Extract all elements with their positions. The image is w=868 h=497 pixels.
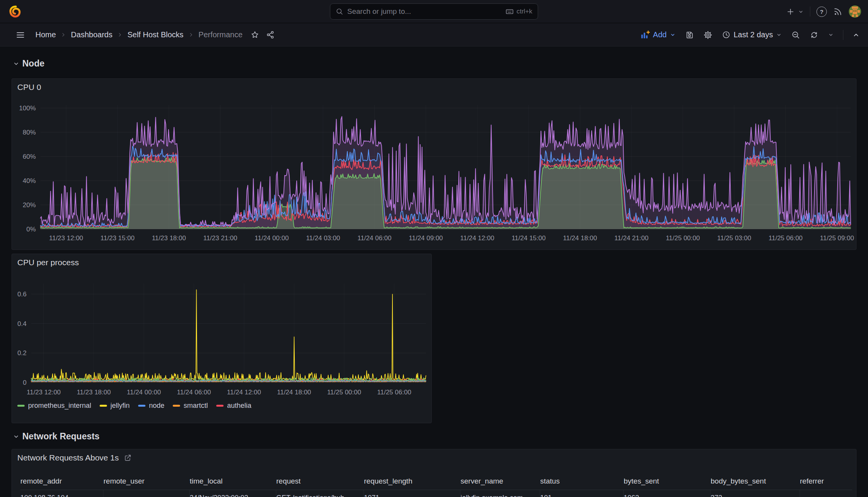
column-header-time_local[interactable]: time_local: [190, 472, 276, 490]
section-row-network-requests[interactable]: Network Requests: [13, 431, 100, 442]
save-dashboard-button[interactable]: [685, 30, 694, 40]
legend-item-prometheus_internal[interactable]: prometheus_internal: [17, 402, 91, 410]
search-icon: [336, 8, 344, 15]
column-header-bytes_sent[interactable]: bytes_sent: [624, 472, 711, 490]
y-axis-label: 0%: [26, 226, 36, 233]
cell-status: 101: [540, 490, 624, 497]
time-range-picker[interactable]: Last 2 days: [722, 30, 782, 39]
chevron-down-icon: [13, 61, 19, 67]
cell-bytes_sent: 1063: [624, 490, 711, 497]
table-row[interactable]: 100.108.76.10424/Nov/2023:00:03GET /noti…: [20, 490, 852, 497]
x-axis-label: 11/24 09:00: [409, 234, 443, 242]
cell-referrer: [800, 490, 852, 497]
column-header-request_length[interactable]: request_length: [364, 472, 461, 490]
x-axis-label: 11/24 21:00: [614, 234, 649, 242]
graph-add-icon: [640, 30, 650, 40]
y-axis-label: 20%: [23, 201, 36, 209]
divider: [810, 7, 810, 17]
cell-remote_addr: 100.108.76.104: [20, 490, 103, 497]
chevron-down-icon: [798, 9, 804, 15]
keyboard-icon: [505, 7, 514, 16]
x-axis-label: 11/24 03:00: [306, 234, 340, 242]
share-icon[interactable]: [266, 30, 275, 39]
collapse-toolbar-button[interactable]: [853, 32, 860, 38]
y-axis-label: 80%: [23, 129, 36, 136]
news-rss-button[interactable]: [833, 7, 843, 17]
x-axis-label: 11/25 06:00: [769, 234, 803, 242]
new-button[interactable]: [786, 7, 804, 16]
x-axis-label: 11/25 09:00: [820, 234, 854, 242]
legend-swatch: [100, 405, 107, 407]
legend-label: authelia: [227, 402, 251, 410]
cpu0-timeseries-chart[interactable]: 0%20%40%60%80%100%11/23 12:0011/23 15:00…: [12, 98, 856, 249]
section-title: Node: [22, 58, 45, 69]
legend-label: jellyfin: [110, 402, 130, 410]
x-axis-label: 11/23 18:00: [152, 234, 186, 242]
panel-network-requests: Network Requests Above 1s remote_addrrem…: [12, 449, 856, 497]
column-header-request[interactable]: request: [276, 472, 364, 490]
x-axis-label: 11/24 15:00: [512, 234, 546, 242]
favorite-star-icon[interactable]: [250, 30, 259, 39]
x-axis-label: 11/24 00:00: [127, 389, 161, 396]
chevron-right-icon: [60, 32, 67, 38]
column-header-server_name[interactable]: server_name: [461, 472, 540, 490]
section-title: Network Requests: [22, 431, 100, 442]
column-header-status[interactable]: status: [540, 472, 624, 490]
legend-item-node[interactable]: node: [138, 402, 164, 410]
external-link-icon[interactable]: [124, 454, 132, 462]
breadcrumb: Home Dashboards Self Host Blocks Perform…: [35, 30, 275, 39]
top-bar-actions: ?: [786, 0, 861, 23]
cpu-per-process-chart[interactable]: 00.20.40.611/23 12:0011/23 18:0011/24 00…: [12, 273, 431, 402]
zoom-out-button[interactable]: [791, 30, 800, 40]
panel-title[interactable]: CPU per process: [17, 258, 79, 267]
x-axis-label: 11/24 06:00: [357, 234, 392, 242]
panel-cpu-per-process: CPU per process 00.20.40.611/23 12:0011/…: [12, 254, 432, 423]
x-axis-label: 11/23 18:00: [77, 389, 111, 396]
legend-item-smartctl[interactable]: smartctl: [173, 402, 208, 410]
divider: [843, 30, 843, 40]
user-avatar[interactable]: [849, 5, 861, 18]
x-axis-label: 11/25 03:00: [717, 234, 751, 242]
breadcrumb-home[interactable]: Home: [35, 30, 56, 39]
legend-item-jellyfin[interactable]: jellyfin: [100, 402, 130, 410]
x-axis-label: 11/25 00:00: [327, 389, 361, 396]
chart-legend: prometheus_internaljellyfinnodesmartctla…: [17, 402, 251, 410]
panel-title[interactable]: Network Requests Above 1s: [17, 453, 132, 462]
dashboard-settings-button[interactable]: [703, 30, 713, 40]
help-button[interactable]: ?: [816, 7, 827, 17]
column-header-referrer[interactable]: referrer: [800, 472, 852, 490]
column-header-remote_addr[interactable]: remote_addr: [20, 472, 103, 490]
x-axis-label: 11/24 18:00: [563, 234, 597, 242]
top-bar: Search or jump to... ctrl+k: [0, 0, 868, 23]
panel-title[interactable]: CPU 0: [17, 83, 41, 92]
x-axis-label: 11/24 12:00: [460, 234, 494, 242]
column-header-remote_user[interactable]: remote_user: [103, 472, 190, 490]
legend-item-authelia[interactable]: authelia: [216, 402, 251, 410]
breadcrumb-dashboards[interactable]: Dashboards: [71, 30, 112, 39]
column-header-body_bytes_sent[interactable]: body_bytes_sent: [711, 472, 800, 490]
refresh-interval-dropdown[interactable]: [828, 32, 834, 38]
chevron-right-icon: [188, 32, 194, 38]
grafana-logo-icon[interactable]: [8, 5, 22, 18]
x-axis-label: 11/23 12:00: [27, 389, 61, 396]
x-axis-label: 11/24 12:00: [227, 389, 261, 396]
y-axis-label: 0.2: [17, 349, 27, 357]
panel-cpu0: CPU 0 0%20%40%60%80%100%11/23 12:0011/23…: [12, 78, 856, 250]
chevron-down-icon: [670, 32, 676, 38]
table-header-row: remote_addrremote_usertime_localrequestr…: [20, 472, 852, 490]
x-axis-label: 11/23 21:00: [203, 234, 237, 242]
search-input[interactable]: Search or jump to... ctrl+k: [330, 3, 538, 20]
breadcrumb-folder[interactable]: Self Host Blocks: [127, 30, 184, 39]
cell-request: GET /notifications/hub: [276, 490, 364, 497]
cell-remote_user: [103, 490, 190, 497]
legend-label: node: [149, 402, 164, 410]
refresh-button[interactable]: [810, 30, 819, 40]
cell-server_name: jellyfin.example.com: [461, 490, 540, 497]
section-row-node[interactable]: Node: [13, 58, 45, 69]
menu-toggle-icon[interactable]: [15, 30, 25, 40]
add-panel-button[interactable]: Add: [640, 30, 676, 40]
legend-swatch: [216, 405, 224, 407]
x-axis-label: 11/24 06:00: [177, 389, 211, 396]
x-axis-label: 11/25 00:00: [666, 234, 700, 242]
chevron-down-icon: [776, 32, 782, 38]
